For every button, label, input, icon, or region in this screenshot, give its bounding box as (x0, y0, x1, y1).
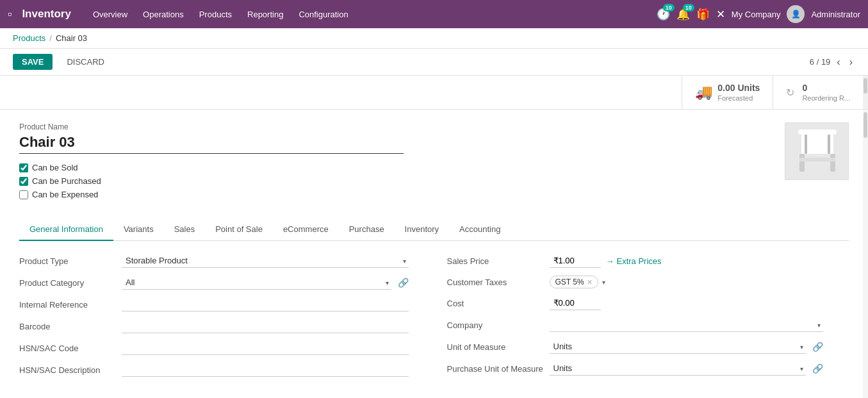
form-section: Product Type Storable Product Consumable… (19, 241, 849, 397)
avatar[interactable]: 👤 (787, 5, 805, 23)
gift-icon: 🎁 (696, 8, 710, 21)
reordering-value: 0 (802, 82, 850, 94)
toolbar: SAVE DISCARD 6 / 19 ‹ › (0, 49, 868, 76)
uom-select[interactable]: Units kg Liters (550, 340, 807, 354)
nav-products[interactable]: Products (193, 7, 238, 22)
forecasted-stat[interactable]: 🚚 0.00 Units Forecasted (682, 76, 773, 109)
extra-prices-label: Extra Prices (617, 256, 662, 266)
arrow-right-icon: → (606, 256, 614, 266)
product-image-container[interactable] (785, 122, 849, 180)
purchase-uom-field: Units kg Liters ▾ 🔗 (550, 361, 824, 376)
purchase-uom-external-link[interactable]: 🔗 (812, 363, 823, 374)
reordering-stat[interactable]: ↻ 0 Reordering R... (773, 76, 863, 109)
can-be-sold-checkbox[interactable] (19, 163, 28, 172)
can-be-expensed-checkbox[interactable] (19, 190, 28, 199)
internal-reference-row: Internal Reference (19, 297, 409, 311)
cost-input[interactable] (550, 296, 601, 310)
nav-menu: Overview Operations Products Reporting C… (86, 7, 646, 22)
next-button[interactable]: › (847, 55, 855, 69)
remove-tax-icon[interactable]: ✕ (587, 278, 593, 286)
checkboxes: Can be Sold Can be Purchased Can be Expe… (19, 163, 404, 199)
pagination: 6 / 19 ‹ › (810, 55, 855, 69)
tab-point-of-sale[interactable]: Point of Sale (205, 219, 273, 241)
company-row: Company My Company ▾ (447, 318, 824, 332)
product-category-select[interactable]: All (122, 276, 391, 290)
purchase-uom-row: Purchase Unit of Measure Units kg Liters… (447, 361, 824, 376)
can-be-purchased-checkbox[interactable] (19, 177, 28, 186)
tab-variants[interactable]: Variants (113, 219, 164, 241)
avatar-icon: 👤 (791, 10, 801, 19)
internal-reference-input[interactable] (122, 297, 409, 311)
forecast-icon: 🚚 (695, 84, 712, 101)
product-type-label: Product Type (19, 256, 122, 266)
tab-sales[interactable]: Sales (164, 219, 206, 241)
tab-ecommerce[interactable]: eCommerce (273, 219, 339, 241)
product-name-section: Product Name Can be Sold Can be Purchase… (19, 122, 404, 208)
hsn-sac-desc-input[interactable] (122, 363, 409, 377)
barcode-label: Barcode (19, 322, 122, 331)
product-name-label: Product Name (19, 122, 404, 131)
close-icon-btn[interactable]: ✕ (716, 8, 725, 21)
grid-menu-icon[interactable]: ▫ (8, 8, 12, 21)
extra-prices-link[interactable]: → Extra Prices (606, 256, 662, 266)
activity-icon-btn[interactable]: 🕐 10 (657, 8, 670, 21)
nav-overview[interactable]: Overview (86, 7, 134, 22)
barcode-field (122, 319, 409, 333)
company-select[interactable]: My Company (550, 318, 824, 332)
tab-inventory[interactable]: Inventory (395, 219, 449, 241)
gift-icon-btn[interactable]: 🎁 (696, 8, 710, 21)
save-button[interactable]: SAVE (13, 54, 53, 70)
notification-badge: 10 (683, 4, 694, 12)
tax-wrap: GST 5% ✕ ▾ (550, 276, 824, 288)
tax-select-arrow-icon[interactable]: ▾ (602, 279, 605, 286)
product-type-select[interactable]: Storable Product Consumable Service (122, 254, 409, 268)
pagination-info: 6 / 19 (810, 57, 831, 67)
checkbox-can-be-purchased[interactable]: Can be Purchased (19, 176, 404, 186)
sales-price-input[interactable] (550, 254, 601, 268)
refresh-icon: ↻ (786, 87, 794, 99)
uom-external-link[interactable]: 🔗 (812, 342, 823, 352)
hsn-sac-desc-field (122, 363, 409, 377)
product-category-external-link[interactable]: 🔗 (398, 278, 409, 288)
product-type-select-wrap: Storable Product Consumable Service ▾ (122, 254, 409, 268)
reordering-text: 0 Reordering R... (802, 82, 850, 103)
barcode-input[interactable] (122, 319, 409, 333)
internal-reference-label: Internal Reference (19, 300, 122, 310)
nav-reporting[interactable]: Reporting (241, 7, 290, 22)
breadcrumb: Products / Chair 03 (0, 28, 868, 49)
svg-rect-1 (798, 129, 837, 135)
company-name[interactable]: My Company (732, 10, 781, 19)
prev-button[interactable]: ‹ (834, 55, 842, 69)
gst-tax-badge: GST 5% ✕ (550, 276, 598, 288)
sales-price-row: Sales Price → Extra Prices (447, 254, 824, 268)
top-navigation: ▫ Inventory Overview Operations Products… (0, 0, 868, 28)
discard-button[interactable]: DISCARD (58, 54, 113, 70)
purchase-uom-select[interactable]: Units kg Liters (550, 361, 807, 376)
product-name-input[interactable] (19, 134, 404, 154)
gst-tax-label: GST 5% (555, 278, 584, 286)
scrollbar-right (863, 76, 868, 109)
nav-operations[interactable]: Operations (136, 7, 190, 22)
breadcrumb-parent[interactable]: Products (13, 33, 45, 43)
forecasted-label: Forecasted (717, 94, 760, 103)
cost-row: Cost (447, 296, 824, 310)
main-content: Product Name Can be Sold Can be Purchase… (0, 110, 868, 398)
tab-purchase[interactable]: Purchase (339, 219, 395, 241)
uom-label: Unit of Measure (447, 342, 550, 352)
uom-row: Unit of Measure Units kg Liters ▾ 🔗 (447, 340, 824, 354)
checkbox-can-be-sold[interactable]: Can be Sold (19, 163, 404, 172)
purchase-uom-select-wrap: Units kg Liters ▾ (550, 361, 807, 376)
hsn-sac-code-row: HSN/SAC Code (19, 341, 409, 355)
checkbox-can-be-expensed[interactable]: Can be Expensed (19, 190, 404, 199)
notification-icon-btn[interactable]: 🔔 10 (676, 8, 690, 21)
nav-configuration[interactable]: Configuration (292, 7, 354, 22)
tab-general-information[interactable]: General Information (19, 219, 113, 241)
product-category-field: All ▾ 🔗 (122, 276, 409, 290)
product-image (785, 123, 849, 180)
hsn-sac-code-input[interactable] (122, 341, 409, 355)
admin-name[interactable]: Administrator (811, 10, 860, 19)
product-type-row: Product Type Storable Product Consumable… (19, 254, 409, 268)
hsn-sac-code-field (122, 341, 409, 355)
tab-accounting[interactable]: Accounting (449, 219, 511, 241)
scrollbar-thumb (864, 78, 867, 94)
